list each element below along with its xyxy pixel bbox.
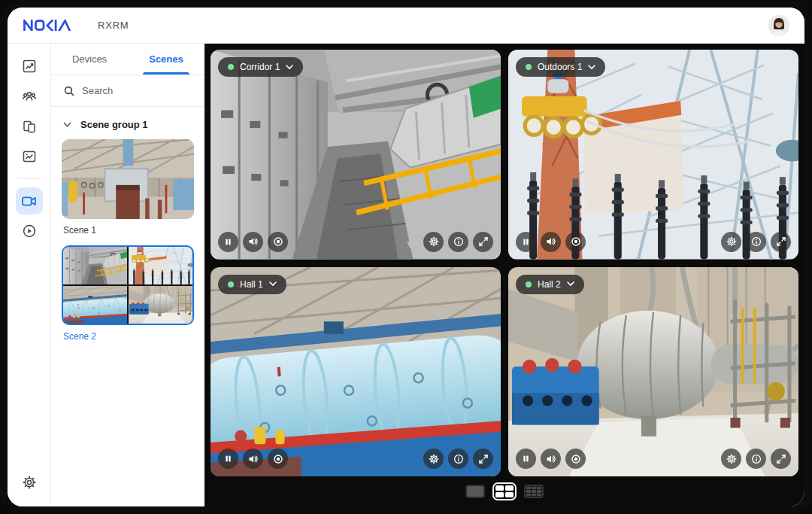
camera-tile-outdoors-1[interactable]: Outdoors 1 xyxy=(508,50,798,260)
live-status-dot xyxy=(228,64,234,70)
layout-nine-button[interactable] xyxy=(524,485,544,498)
devices-icon xyxy=(22,119,37,134)
info-button[interactable] xyxy=(746,449,766,469)
playback-icon xyxy=(22,224,37,239)
camera-feed-hall-1 xyxy=(211,267,501,477)
pause-button[interactable] xyxy=(516,449,536,469)
expand-icon xyxy=(776,454,786,464)
scene-panel: Devices Scenes Scene group 1 xyxy=(51,44,205,506)
chevron-down-icon xyxy=(63,122,71,128)
camera-label: Hall 2 xyxy=(538,279,561,290)
info-button[interactable] xyxy=(746,232,766,252)
pause-icon xyxy=(223,237,233,247)
fullscreen-button[interactable] xyxy=(473,449,493,469)
gear-icon xyxy=(726,454,737,464)
video-wall: Corridor 1 xyxy=(205,44,804,506)
nav-team[interactable] xyxy=(16,83,43,110)
nav-rail xyxy=(8,44,51,506)
camera-selector-hall-2[interactable]: Hall 2 xyxy=(516,275,584,294)
record-icon xyxy=(571,454,581,464)
nav-playback[interactable] xyxy=(16,217,43,245)
chevron-down-icon xyxy=(567,281,574,287)
pause-button[interactable] xyxy=(218,449,238,469)
record-icon xyxy=(273,236,283,247)
scene-group-label: Scene group 1 xyxy=(80,119,148,130)
volume-button[interactable] xyxy=(243,232,263,252)
tab-scenes[interactable]: Scenes xyxy=(128,44,205,75)
stream-settings-button[interactable] xyxy=(721,449,741,469)
analytics-icon xyxy=(22,59,37,74)
info-icon xyxy=(751,236,762,247)
record-button[interactable] xyxy=(268,449,288,469)
layout-quad-button[interactable] xyxy=(494,484,515,499)
expand-icon xyxy=(478,454,489,464)
panel-tabs: Devices Scenes xyxy=(51,44,205,75)
nokia-logo xyxy=(23,20,78,31)
fullscreen-button[interactable] xyxy=(771,232,791,252)
user-avatar[interactable] xyxy=(768,15,789,36)
scene-1-thumbnail[interactable] xyxy=(62,139,194,219)
nav-devices[interactable] xyxy=(16,113,43,140)
info-button[interactable] xyxy=(448,449,468,469)
scene-group-header[interactable]: Scene group 1 xyxy=(51,107,205,139)
live-status-dot xyxy=(526,281,532,287)
camera-tile-hall-2[interactable]: Hall 2 xyxy=(508,267,798,477)
gear-icon xyxy=(429,454,439,464)
volume-button[interactable] xyxy=(243,449,263,469)
camera-feed-corridor-1 xyxy=(211,50,501,260)
volume-button[interactable] xyxy=(541,232,561,252)
nav-media[interactable] xyxy=(16,143,43,170)
volume-icon xyxy=(248,454,259,464)
device-frame: RXRM xyxy=(0,0,812,514)
live-status-dot xyxy=(228,281,234,287)
stream-settings-button[interactable] xyxy=(423,449,444,469)
search-icon xyxy=(63,85,75,97)
nav-video-wall[interactable] xyxy=(16,187,43,214)
scene-2-thumbnail[interactable] xyxy=(62,245,194,325)
volume-button[interactable] xyxy=(541,449,561,469)
scene-2-label[interactable]: Scene 2 xyxy=(63,331,194,342)
live-status-dot xyxy=(526,64,532,70)
gear-icon xyxy=(429,236,439,247)
camera-label: Outdoors 1 xyxy=(538,62,582,72)
pause-button[interactable] xyxy=(218,232,238,252)
scene-1-label[interactable]: Scene 1 xyxy=(63,225,194,236)
stream-settings-button[interactable] xyxy=(423,232,444,252)
chevron-down-icon xyxy=(588,65,595,70)
gear-icon xyxy=(726,236,737,247)
volume-icon xyxy=(248,236,259,247)
layout-single-button[interactable] xyxy=(465,485,485,498)
fullscreen-button[interactable] xyxy=(473,232,493,252)
nav-settings[interactable] xyxy=(16,469,43,496)
search-input[interactable] xyxy=(82,85,180,96)
stream-settings-button[interactable] xyxy=(721,232,741,252)
camera-tile-corridor-1[interactable]: Corridor 1 xyxy=(211,50,501,260)
top-bar: RXRM xyxy=(8,8,804,44)
rail-divider xyxy=(18,178,41,179)
info-button[interactable] xyxy=(448,232,468,252)
team-icon xyxy=(22,89,37,104)
fullscreen-button[interactable] xyxy=(771,449,791,469)
camera-tile-hall-1[interactable]: Hall 1 xyxy=(211,267,501,477)
nav-analytics[interactable] xyxy=(16,53,43,80)
pause-icon xyxy=(521,454,531,464)
record-icon xyxy=(273,454,283,464)
record-button[interactable] xyxy=(268,232,288,252)
camera-selector-corridor-1[interactable]: Corridor 1 xyxy=(218,57,303,77)
camera-selector-hall-1[interactable]: Hall 1 xyxy=(218,275,286,294)
record-button[interactable] xyxy=(565,232,586,252)
record-button[interactable] xyxy=(565,449,586,469)
camera-selector-outdoors-1[interactable]: Outdoors 1 xyxy=(516,57,605,77)
layout-switcher xyxy=(211,476,798,506)
volume-icon xyxy=(546,454,556,464)
tab-devices[interactable]: Devices xyxy=(51,44,128,75)
camera-label: Corridor 1 xyxy=(240,62,280,72)
volume-icon xyxy=(546,236,556,247)
camera-feed-hall-2 xyxy=(508,267,798,477)
pause-button[interactable] xyxy=(516,232,536,252)
info-icon xyxy=(453,236,464,247)
scene-2-preview xyxy=(63,247,192,324)
rxrm-app-window: RXRM xyxy=(8,8,804,506)
product-name: RXRM xyxy=(98,20,129,31)
media-icon xyxy=(22,149,37,164)
